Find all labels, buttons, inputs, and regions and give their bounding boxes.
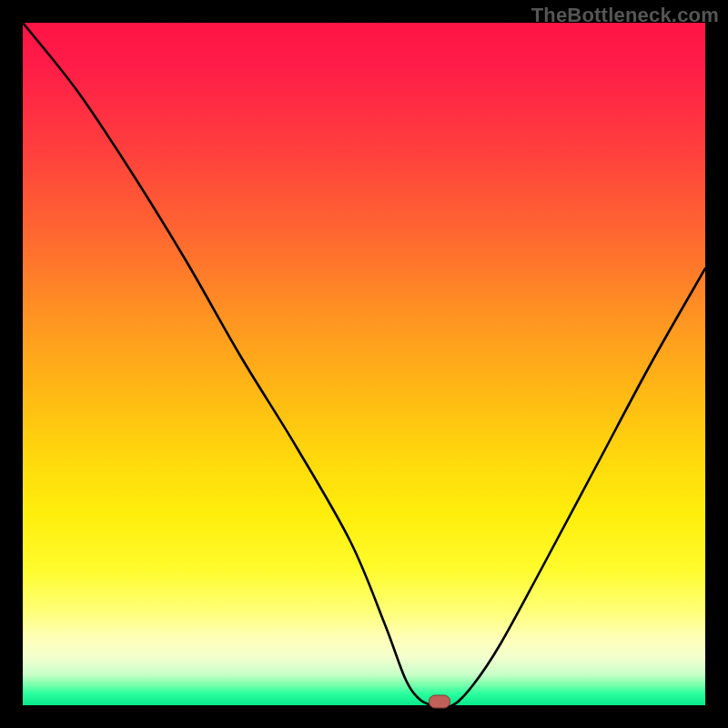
chart-frame: TheBottleneck.com bbox=[0, 0, 728, 728]
watermark-text: TheBottleneck.com bbox=[531, 4, 719, 27]
plot-area bbox=[23, 23, 705, 705]
bottleneck-curve bbox=[23, 23, 705, 705]
minimum-marker bbox=[429, 695, 450, 709]
